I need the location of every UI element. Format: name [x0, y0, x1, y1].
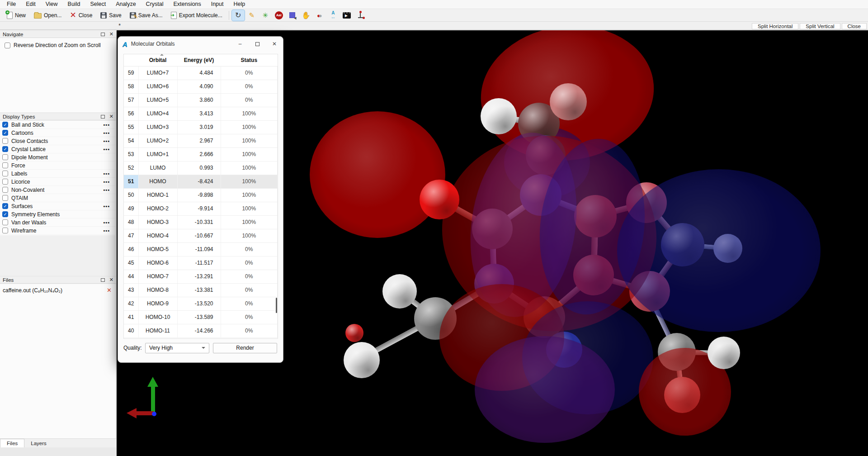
display-type-checkbox[interactable]	[2, 154, 8, 160]
options-ellipsis-button[interactable]: •••	[103, 122, 115, 128]
float-panel-icon[interactable]	[101, 278, 105, 282]
orbital-row[interactable]: 40HOMO-11-14.2660%	[124, 324, 278, 337]
orbital-row[interactable]: 50HOMO-1-9.898100%	[124, 188, 278, 202]
files-panel-content: caffeine.out (C₈H₁₀N₄O₂) ✕	[0, 284, 115, 438]
menu-view[interactable]: View	[41, 0, 63, 9]
orbital-row[interactable]: 55LUMO+33.019100%	[124, 120, 278, 134]
orbital-row[interactable]: 43HOMO-8-13.3810%	[124, 283, 278, 297]
close-button[interactable]: ✕Close	[66, 10, 96, 21]
display-type-checkbox[interactable]: ✓	[2, 203, 8, 209]
measure-distance-icon: A↔	[331, 11, 335, 19]
reverse-zoom-checkbox[interactable]	[5, 43, 10, 48]
display-type-checkbox[interactable]	[2, 162, 8, 168]
display-type-checkbox[interactable]: ✓	[2, 146, 8, 152]
orbital-name: HOMO-7	[138, 270, 177, 283]
float-panel-icon[interactable]	[101, 115, 105, 119]
close-panel-icon[interactable]: ✕	[109, 277, 113, 283]
options-ellipsis-button[interactable]: •••	[103, 204, 115, 209]
orbital-row[interactable]: 54LUMO+22.967100%	[124, 134, 278, 147]
orbital-row[interactable]: 57LUMO+53.8600%	[124, 93, 278, 107]
quality-select[interactable]: Very High	[145, 343, 209, 353]
navigate-tool-button[interactable]: ↻	[232, 10, 245, 21]
display-type-checkbox[interactable]: ✓	[2, 211, 8, 217]
orbital-row[interactable]: 59LUMO+74.4840%	[124, 66, 278, 80]
close-icon[interactable]: ✕	[266, 38, 283, 50]
orbital-row[interactable]: 51HOMO-8.424100%	[124, 175, 278, 188]
options-ellipsis-button[interactable]: •••	[103, 130, 115, 136]
orbital-row[interactable]: 49HOMO-2-9.914100%	[124, 202, 278, 215]
display-type-checkbox[interactable]: ✓	[2, 122, 8, 128]
export-button[interactable]: ➜Export Molecule...	[167, 10, 226, 21]
menu-select[interactable]: Select	[85, 0, 111, 9]
menu-edit[interactable]: Edit	[21, 0, 41, 9]
menu-analyze[interactable]: Analyze	[111, 0, 141, 9]
align-tool-button[interactable]	[354, 10, 367, 21]
menu-help[interactable]: Help	[228, 0, 250, 9]
orbital-row[interactable]: 46HOMO-5-11.0940%	[124, 242, 278, 256]
remove-file-icon[interactable]: ✕	[107, 287, 112, 294]
saveas-button[interactable]: ✎Save As...	[126, 10, 167, 21]
close-panel-icon[interactable]: ✕	[109, 114, 113, 119]
options-ellipsis-button[interactable]: •••	[103, 138, 115, 144]
file-list-item[interactable]: caffeine.out (C₈H₁₀N₄O₂) ✕	[0, 284, 115, 294]
menu-file[interactable]: File	[2, 0, 21, 9]
sidebar-tab-files[interactable]: Files	[0, 439, 24, 447]
manipulate-tool-button[interactable]: ✋	[300, 10, 312, 21]
orbital-row[interactable]: 56LUMO+43.413100%	[124, 107, 278, 120]
menu-build[interactable]: Build	[63, 0, 85, 9]
options-ellipsis-button[interactable]: •••	[103, 220, 115, 225]
display-type-checkbox[interactable]	[2, 228, 8, 233]
options-ellipsis-button[interactable]: •••	[103, 228, 115, 233]
dialog-title-bar[interactable]: A Molecular Orbitals – ✕	[118, 37, 283, 51]
split-vertical-button[interactable]: Split Vertical	[800, 23, 840, 29]
orbital-row[interactable]: 42HOMO-9-13.5200%	[124, 297, 278, 310]
split-horizontal-button[interactable]: Split Horizontal	[752, 23, 798, 29]
orbital-row[interactable]: 48HOMO-3-10.331100%	[124, 215, 278, 229]
orbital-row[interactable]: 41HOMO-10-13.5890%	[124, 310, 278, 324]
display-type-checkbox[interactable]	[2, 171, 8, 176]
orbital-row[interactable]: 52LUMO0.993100%	[124, 161, 278, 175]
scroll-up-icon[interactable]	[160, 54, 164, 56]
display-type-checkbox[interactable]	[2, 179, 8, 185]
display-type-checkbox[interactable]: ✓	[2, 130, 8, 136]
orbital-status: 0%	[221, 242, 278, 256]
animation-tool-button[interactable]	[340, 10, 353, 21]
maximize-icon[interactable]	[249, 38, 266, 50]
new-label: New	[15, 12, 26, 19]
orbital-row[interactable]: 58LUMO+64.0900%	[124, 80, 278, 93]
render-button[interactable]: Render	[213, 343, 277, 353]
main-toolbar: +NewOpen...✕CloseSave✎Save As...➜Export …	[0, 9, 868, 22]
menu-extensions[interactable]: Extensions	[169, 0, 206, 9]
orbital-status: 100%	[221, 202, 278, 215]
options-ellipsis-button[interactable]: •••	[103, 179, 115, 185]
select-tool-button[interactable]	[286, 10, 299, 21]
orbital-row[interactable]: 47HOMO-4-10.667100%	[124, 229, 278, 242]
float-panel-icon[interactable]	[101, 33, 105, 36]
minimize-icon[interactable]: –	[231, 38, 249, 50]
display-type-checkbox[interactable]	[2, 187, 8, 193]
new-button[interactable]: +New	[3, 10, 30, 21]
menu-crystal[interactable]: Crystal	[141, 0, 169, 9]
sidebar-tab-layers[interactable]: Layers	[24, 439, 53, 447]
display-type-checkbox[interactable]	[2, 219, 8, 225]
row-number: 58	[124, 80, 138, 93]
orbital-row[interactable]: 44HOMO-7-13.2910%	[124, 270, 278, 283]
measure-tool-button[interactable]: A↔	[327, 10, 340, 21]
label-tool-button[interactable]: Aal	[273, 10, 285, 21]
draw-tool-button[interactable]: ✎	[245, 10, 258, 21]
orbital-row[interactable]: 53LUMO+12.666100%	[124, 147, 278, 161]
display-type-checkbox[interactable]	[2, 195, 8, 201]
close-button[interactable]: Close	[842, 23, 867, 29]
options-ellipsis-button[interactable]: •••	[103, 187, 115, 193]
orbital-row[interactable]: 45HOMO-6-11.5170%	[124, 256, 278, 270]
options-ellipsis-button[interactable]: •••	[103, 147, 115, 152]
options-ellipsis-button[interactable]: •••	[103, 171, 115, 176]
template-tool-button[interactable]: ✳	[259, 10, 272, 21]
display-type-checkbox[interactable]	[2, 138, 8, 144]
save-button[interactable]: Save	[96, 10, 125, 21]
close-panel-icon[interactable]: ✕	[109, 31, 113, 37]
bond-centric-tool-button[interactable]: ●●	[313, 10, 326, 21]
menu-input[interactable]: Input	[206, 0, 229, 9]
table-scrollbar-thumb[interactable]	[276, 298, 277, 313]
open-button[interactable]: Open...	[30, 10, 66, 21]
